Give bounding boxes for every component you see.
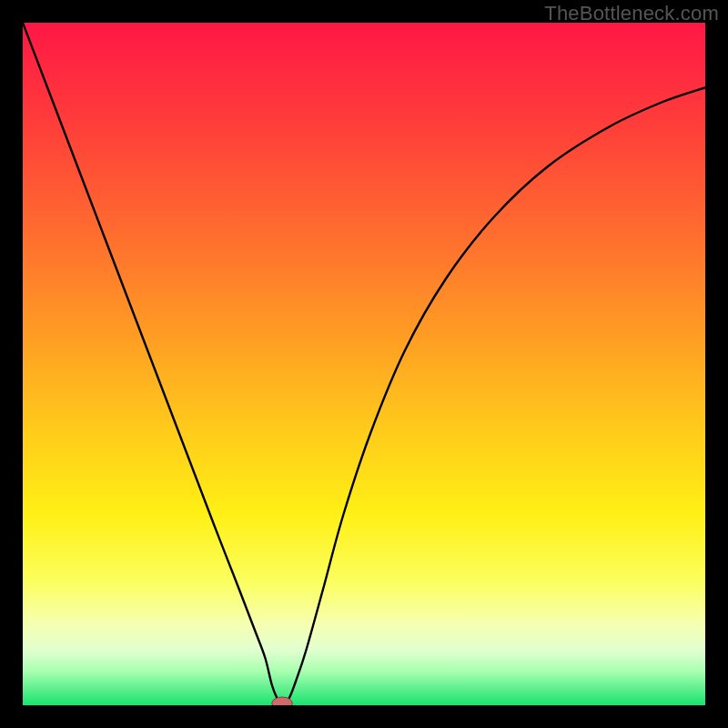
gradient-background [23, 23, 705, 705]
watermark-text: TheBottleneck.com [544, 2, 719, 25]
plot-svg [23, 23, 705, 705]
bottleneck-plot [23, 23, 705, 705]
stage: TheBottleneck.com [0, 0, 728, 728]
